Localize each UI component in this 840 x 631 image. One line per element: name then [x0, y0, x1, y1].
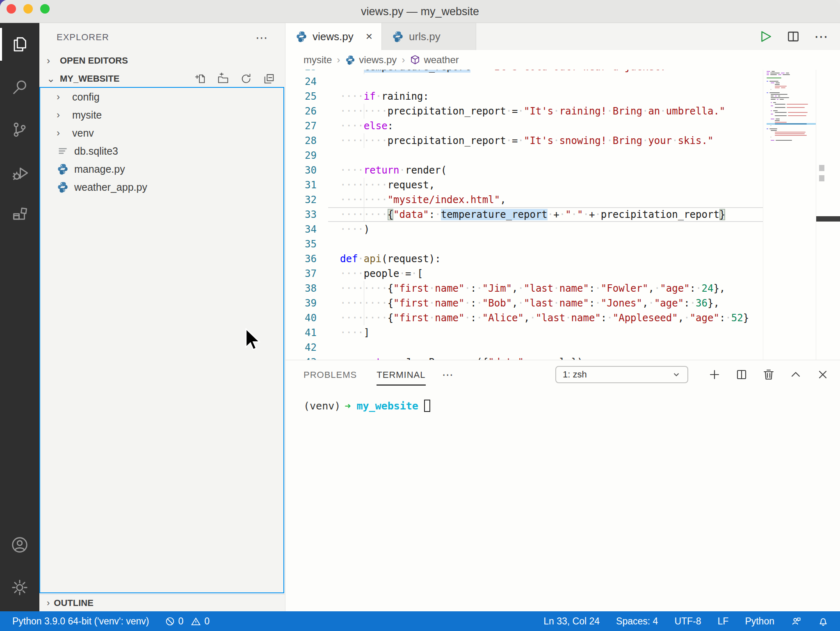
- code-line-24[interactable]: 24: [285, 74, 763, 89]
- tree-item-manage.py[interactable]: manage.py: [40, 160, 283, 178]
- workspace-section[interactable]: ⌄ MY_WEBSITE: [39, 70, 285, 88]
- code-line-26[interactable]: 26········precipitation_report·=·"It's·r…: [285, 104, 763, 119]
- panel-tab-problems[interactable]: PROBLEMS: [304, 364, 357, 386]
- line-number[interactable]: 41: [285, 325, 328, 340]
- titlebar[interactable]: views.py — my_website: [0, 0, 840, 23]
- code-line-36[interactable]: 36def·api(request):: [285, 251, 763, 266]
- new-file-icon[interactable]: [194, 73, 206, 85]
- close-panel-icon[interactable]: [816, 368, 829, 381]
- breadcrumb-item-mysite[interactable]: mysite: [304, 54, 332, 66]
- line-number[interactable]: 38: [285, 281, 328, 296]
- tree-item-db.sqlite3[interactable]: db.sqlite3: [40, 142, 283, 160]
- code-view[interactable]: 23····temperature_report·=·"It's·cold·ou…: [285, 70, 763, 360]
- line-number[interactable]: 29: [285, 148, 328, 163]
- line-number[interactable]: 42: [285, 340, 328, 355]
- code-line-34[interactable]: 34····): [285, 222, 763, 237]
- code-line-28[interactable]: 28········precipitation_report·=·"It's·s…: [285, 133, 763, 148]
- tree-item-config[interactable]: ›config: [40, 88, 283, 106]
- status-item[interactable]: Ln 33, Col 24: [543, 616, 600, 627]
- status-item[interactable]: Python: [745, 616, 774, 627]
- code-line-32[interactable]: 32········"mysite/index.html",: [285, 192, 763, 207]
- line-number[interactable]: 30: [285, 163, 328, 178]
- minimap-segment: [770, 74, 777, 75]
- more-actions-button[interactable]: ⋯: [814, 28, 829, 45]
- code-line-29[interactable]: 29: [285, 148, 763, 163]
- tab-views.py[interactable]: views.py×: [285, 23, 382, 50]
- line-number[interactable]: 36: [285, 251, 328, 266]
- outline-section[interactable]: › OUTLINE: [39, 594, 285, 611]
- close-window-button[interactable]: [7, 4, 16, 14]
- sidebar-item-search[interactable]: [0, 66, 39, 108]
- code-line-23[interactable]: 23····temperature_report·=·"It's·cold·ou…: [285, 70, 763, 74]
- sidebar-item-run-debug[interactable]: [0, 151, 39, 194]
- code-line-35[interactable]: 35: [285, 237, 763, 251]
- sidebar-item-explorer[interactable]: [0, 23, 39, 66]
- close-tab-icon[interactable]: ×: [366, 30, 372, 43]
- line-number[interactable]: 32: [285, 192, 328, 207]
- line-number[interactable]: 40: [285, 311, 328, 325]
- line-number[interactable]: 39: [285, 296, 328, 311]
- terminal[interactable]: (venv) ➜ my_website: [304, 400, 430, 412]
- line-number[interactable]: 26: [285, 104, 328, 119]
- status-item[interactable]: LF: [718, 616, 729, 627]
- breadcrumb-item-weather[interactable]: weather: [410, 54, 459, 66]
- sidebar-item-extensions[interactable]: [0, 194, 39, 236]
- line-number[interactable]: 25: [285, 89, 328, 104]
- refresh-icon[interactable]: [240, 73, 252, 85]
- line-number[interactable]: 34: [285, 222, 328, 237]
- line-number[interactable]: 35: [285, 237, 328, 251]
- settings-button[interactable]: [0, 566, 39, 609]
- problems-status[interactable]: 0 0: [165, 616, 210, 627]
- code-line-25[interactable]: 25····if·raining:: [285, 89, 763, 104]
- split-editor-button[interactable]: [786, 30, 800, 43]
- code-line-38[interactable]: 38········{"first·name"·:·"Jim",·"last·n…: [285, 281, 763, 296]
- overview-ruler[interactable]: [816, 70, 840, 360]
- line-number[interactable]: 33: [285, 207, 328, 222]
- notifications-button[interactable]: [818, 616, 829, 626]
- code-line-31[interactable]: 31········request,: [285, 178, 763, 192]
- line-number[interactable]: 37: [285, 266, 328, 281]
- panel-more-actions-button[interactable]: ⋯: [442, 368, 454, 382]
- explorer-more-actions-button[interactable]: ⋯: [256, 30, 269, 45]
- python-interpreter-status[interactable]: Python 3.9.0 64-bit ('venv': venv): [12, 616, 149, 627]
- line-number[interactable]: 31: [285, 178, 328, 192]
- status-item[interactable]: Spaces: 4: [616, 616, 658, 627]
- tree-item-venv[interactable]: ›venv: [40, 124, 283, 142]
- maximize-panel-icon[interactable]: [789, 368, 802, 381]
- split-terminal-icon[interactable]: [735, 368, 748, 381]
- tree-item-mysite[interactable]: ›mysite: [40, 106, 283, 124]
- account-button[interactable]: [0, 524, 39, 566]
- code-line-41[interactable]: 41····]: [285, 325, 763, 340]
- line-number[interactable]: 28: [285, 133, 328, 148]
- open-editors-section[interactable]: › OPEN EDITORS: [39, 52, 285, 70]
- line-number[interactable]: 27: [285, 119, 328, 133]
- status-item[interactable]: UTF-8: [674, 616, 701, 627]
- code-line-40[interactable]: 40········{"first·name"·:·"Alice",·"last…: [285, 311, 763, 325]
- tab-urls.py[interactable]: urls.py: [382, 23, 476, 50]
- feedback-button[interactable]: [791, 616, 801, 626]
- code-editor[interactable]: 23····temperature_report·=·"It's·cold·ou…: [285, 70, 840, 360]
- tree-item-weather_app.py[interactable]: weather_app.py: [40, 178, 283, 196]
- new-terminal-icon[interactable]: [708, 368, 721, 381]
- terminal-shell-select[interactable]: 1: zsh: [555, 366, 688, 383]
- code-line-30[interactable]: 30····return·render(: [285, 163, 763, 178]
- new-folder-icon[interactable]: [217, 73, 229, 85]
- line-number[interactable]: 23: [285, 70, 328, 74]
- code-line-42[interactable]: 42: [285, 340, 763, 355]
- run-python-file-button[interactable]: [758, 30, 772, 43]
- code-line-27[interactable]: 27····else:: [285, 119, 763, 133]
- code-line-37[interactable]: 37····people·=·[: [285, 266, 763, 281]
- code-line-39[interactable]: 39········{"first·name"·:·"Bob",·"last·n…: [285, 296, 763, 311]
- collapse-all-icon[interactable]: [263, 73, 275, 85]
- minimap[interactable]: [763, 70, 816, 360]
- code-line-33[interactable]: 33········{"data":·temperature_report·+·…: [285, 207, 763, 222]
- kill-terminal-icon[interactable]: [762, 368, 775, 381]
- code-line-43[interactable]: 43····return·JsonResponse({"data":·peopl…: [285, 355, 763, 360]
- minimize-window-button[interactable]: [23, 4, 33, 14]
- sidebar-item-source-control[interactable]: [0, 108, 39, 151]
- breadcrumb-item-views.py[interactable]: views.py: [345, 54, 397, 66]
- panel-tab-terminal[interactable]: TERMINAL: [377, 364, 425, 386]
- line-number[interactable]: 43: [285, 355, 328, 360]
- line-number[interactable]: 24: [285, 74, 328, 89]
- zoom-window-button[interactable]: [40, 4, 50, 14]
